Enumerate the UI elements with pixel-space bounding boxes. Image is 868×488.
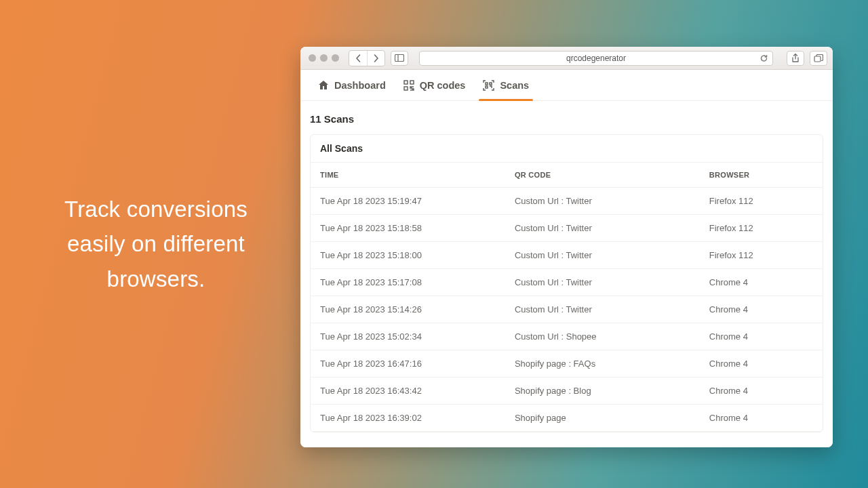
chevron-right-icon	[373, 54, 379, 62]
cell-time: Tue Apr 18 2023 15:02:34	[311, 323, 505, 350]
zoom-dot-icon[interactable]	[332, 54, 339, 62]
table-row[interactable]: Tue Apr 18 2023 16:39:02Shopify pageChro…	[311, 405, 823, 432]
table-row[interactable]: Tue Apr 18 2023 15:18:58Custom Url : Twi…	[311, 215, 823, 242]
reload-icon	[760, 54, 768, 62]
tab-dashboard[interactable]: Dashboard	[318, 70, 386, 100]
cell-time: Tue Apr 18 2023 15:18:00	[311, 242, 505, 269]
svg-rect-3	[404, 81, 408, 84]
traffic-lights	[306, 54, 339, 62]
cell-qrcode: Custom Url : Twitter	[505, 269, 700, 296]
scans-panel: All Scans TIME QR CODE BROWSER Tue Apr 1…	[310, 134, 823, 432]
minimize-dot-icon[interactable]	[320, 54, 328, 62]
svg-rect-8	[486, 86, 488, 88]
col-header-browser[interactable]: BROWSER	[700, 163, 823, 188]
table-row[interactable]: Tue Apr 18 2023 15:14:26Custom Url : Twi…	[311, 296, 823, 323]
hero-line-3: browsers.	[27, 262, 285, 296]
cell-time: Tue Apr 18 2023 16:47:16	[311, 350, 505, 378]
cell-qrcode: Shopify page : FAQs	[505, 350, 700, 378]
tab-dashboard-label: Dashboard	[334, 80, 386, 91]
table-row[interactable]: Tue Apr 18 2023 15:19:47Custom Url : Twi…	[311, 188, 823, 215]
cell-browser: Firefox 112	[700, 242, 823, 269]
share-button[interactable]	[787, 51, 804, 66]
address-bar[interactable]: qrcodegenerator	[419, 51, 773, 66]
tab-qrcodes[interactable]: QR codes	[403, 70, 466, 100]
hero-line-1: Track conversions	[27, 192, 285, 226]
hero-caption: Track conversions easily on different br…	[27, 192, 285, 296]
sidebar-toggle-button[interactable]	[391, 51, 408, 66]
cell-time: Tue Apr 18 2023 16:39:02	[311, 405, 505, 432]
table-row[interactable]: Tue Apr 18 2023 15:02:34Custom Url : Sho…	[311, 323, 823, 350]
cell-qrcode: Custom Url : Shopee	[505, 323, 700, 350]
reload-button[interactable]	[760, 54, 768, 62]
cell-qrcode: Shopify page : Blog	[505, 378, 700, 405]
scan-icon	[483, 80, 494, 91]
cell-qrcode: Custom Url : Twitter	[505, 242, 700, 269]
cell-time: Tue Apr 18 2023 15:18:58	[311, 215, 505, 242]
cell-time: Tue Apr 18 2023 15:19:47	[311, 188, 505, 215]
home-icon	[318, 80, 329, 90]
table-row[interactable]: Tue Apr 18 2023 16:47:16Shopify page : F…	[311, 350, 823, 378]
table-row[interactable]: Tue Apr 18 2023 16:43:42Shopify page : B…	[311, 378, 823, 405]
tab-scans[interactable]: Scans	[483, 70, 529, 100]
cell-qrcode: Custom Url : Twitter	[505, 188, 700, 215]
cell-time: Tue Apr 18 2023 16:43:42	[311, 378, 505, 405]
cell-qrcode: Custom Url : Twitter	[505, 215, 700, 242]
close-dot-icon[interactable]	[309, 54, 316, 62]
table-row[interactable]: Tue Apr 18 2023 15:18:00Custom Url : Twi…	[311, 242, 823, 269]
chrome-right-icons	[787, 51, 827, 66]
col-header-time[interactable]: TIME	[311, 163, 505, 188]
cell-browser: Chrome 4	[700, 378, 823, 405]
tab-qrcodes-label: QR codes	[420, 80, 466, 91]
panel-heading: All Scans	[311, 135, 823, 163]
tabs-icon	[814, 54, 823, 62]
cell-browser: Chrome 4	[700, 405, 823, 432]
browser-chrome-bar: qrcodegenerator	[300, 47, 833, 70]
nav-back-forward	[349, 50, 385, 66]
cell-browser: Firefox 112	[700, 188, 823, 215]
qr-icon	[403, 80, 414, 91]
chevron-left-icon	[355, 54, 361, 62]
table-row[interactable]: Tue Apr 18 2023 15:17:08Custom Url : Twi…	[311, 269, 823, 296]
sidebar-icon	[395, 54, 404, 62]
nav-tabs: Dashboard QR codes Scans	[300, 70, 833, 101]
forward-button[interactable]	[367, 51, 384, 66]
col-header-qrcode[interactable]: QR CODE	[505, 163, 700, 188]
cell-browser: Chrome 4	[700, 350, 823, 378]
scans-table: TIME QR CODE BROWSER Tue Apr 18 2023 15:…	[311, 163, 823, 432]
cell-browser: Chrome 4	[700, 323, 823, 350]
cell-time: Tue Apr 18 2023 15:17:08	[311, 269, 505, 296]
cell-browser: Chrome 4	[700, 269, 823, 296]
back-button[interactable]	[349, 51, 367, 66]
svg-rect-7	[490, 83, 492, 85]
svg-rect-5	[404, 87, 408, 90]
hero-line-2: easily on different	[27, 226, 285, 261]
svg-rect-4	[410, 81, 414, 84]
cell-qrcode: Shopify page	[505, 405, 700, 432]
cell-qrcode: Custom Url : Twitter	[505, 296, 700, 323]
cell-browser: Firefox 112	[700, 215, 823, 242]
svg-rect-6	[486, 83, 488, 85]
svg-rect-2	[814, 56, 821, 62]
svg-rect-0	[395, 55, 404, 62]
tabs-button[interactable]	[810, 51, 827, 66]
page-title: 11 Scans	[300, 101, 833, 131]
address-bar-text: qrcodegenerator	[566, 54, 626, 63]
cell-browser: Chrome 4	[700, 296, 823, 323]
share-icon	[791, 54, 800, 63]
browser-window: qrcodegenerator Dashboard QR codes	[300, 47, 833, 447]
app-content: Dashboard QR codes Scans 11 Scans All Sc…	[300, 70, 833, 447]
tab-scans-label: Scans	[500, 80, 529, 91]
cell-time: Tue Apr 18 2023 15:14:26	[311, 296, 505, 323]
